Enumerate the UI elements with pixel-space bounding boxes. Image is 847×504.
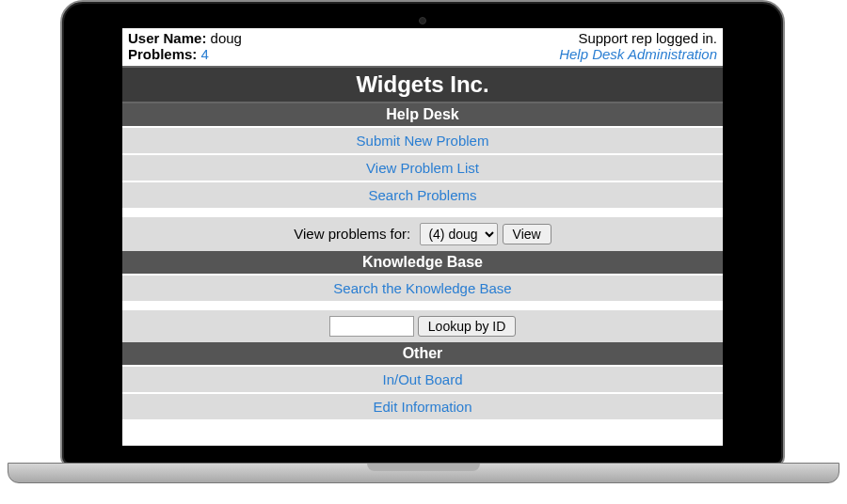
view-button[interactable]: View — [503, 224, 551, 244]
edit-information-link[interactable]: Edit Information — [373, 399, 471, 415]
row-submit-problem: Submit New Problem — [122, 126, 723, 153]
page-title: Widgets Inc. — [122, 66, 723, 103]
login-status: Support rep logged in. — [559, 30, 717, 46]
submit-new-problem-link[interactable]: Submit New Problem — [357, 133, 489, 149]
user-name-value: doug — [211, 30, 242, 46]
lookup-id-input[interactable] — [329, 316, 414, 337]
row-edit-info: Edit Information — [122, 392, 723, 419]
row-search-problems: Search Problems — [122, 181, 723, 208]
trackpad-notch-icon — [367, 464, 480, 471]
header-left: User Name: doug Problems: 4 — [128, 30, 242, 62]
filter-label: View problems for: — [294, 226, 410, 242]
spacer-2 — [122, 301, 723, 308]
lookup-by-id-button[interactable]: Lookup by ID — [418, 316, 517, 337]
section-other-heading: Other — [122, 342, 723, 365]
problems-count-link[interactable]: 4 — [201, 46, 209, 62]
row-filter-problems: View problems for: (4) doug View — [122, 215, 723, 251]
row-view-list: View Problem List — [122, 153, 723, 181]
row-kb-search: Search the Knowledge Base — [122, 274, 723, 301]
admin-link[interactable]: Help Desk Administration — [559, 46, 717, 62]
user-name-label: User Name: — [128, 30, 206, 46]
screen: User Name: doug Problems: 4 Support rep … — [122, 28, 723, 446]
row-kb-lookup: Lookup by ID — [122, 308, 723, 342]
laptop-mockup: User Name: doug Problems: 4 Support rep … — [0, 0, 847, 504]
filter-user-select[interactable]: (4) doug — [420, 223, 498, 245]
problems-label: Problems: — [128, 46, 197, 62]
search-kb-link[interactable]: Search the Knowledge Base — [333, 280, 511, 296]
section-help-desk-heading: Help Desk — [122, 103, 723, 126]
laptop-base — [8, 463, 839, 483]
header-right: Support rep logged in. Help Desk Adminis… — [559, 30, 717, 62]
search-problems-link[interactable]: Search Problems — [368, 187, 476, 203]
in-out-board-link[interactable]: In/Out Board — [382, 371, 462, 387]
camera-icon — [419, 17, 426, 24]
header-bar: User Name: doug Problems: 4 Support rep … — [122, 28, 723, 66]
laptop-frame: User Name: doug Problems: 4 Support rep … — [60, 0, 785, 466]
view-problem-list-link[interactable]: View Problem List — [366, 160, 479, 176]
section-kb-heading: Knowledge Base — [122, 251, 723, 274]
row-inout: In/Out Board — [122, 365, 723, 392]
spacer — [122, 208, 723, 215]
